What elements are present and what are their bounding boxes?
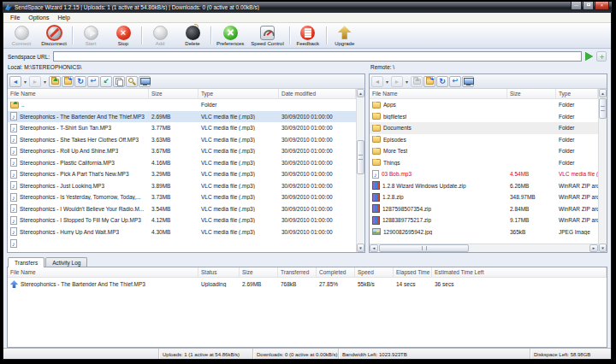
..[interactable]: .. Folder xyxy=(8,99,356,111)
Documents[interactable]: Documents Folder xyxy=(370,122,598,134)
Things[interactable]: Things Folder xyxy=(370,157,598,169)
upgrade-button[interactable]: Upgrade xyxy=(329,24,361,47)
back-button[interactable] xyxy=(371,76,383,87)
1.2.8.zip[interactable]: 1.2.8.zip 348.97MB WinRAR ZIP archive xyxy=(370,191,598,203)
new-folder-button[interactable] xyxy=(62,76,74,87)
Stereophonics - I Wouldn't Believe Your Radio.M...[interactable]: Stereophonics - I Wouldn't Believe Your … xyxy=(8,203,356,215)
column-header-elapsed[interactable]: Elapsed Time xyxy=(394,267,432,277)
scroll-up-icon[interactable]: ▲ xyxy=(599,89,607,97)
go-arrow-icon[interactable] xyxy=(585,52,593,61)
column-header-size[interactable]: Size xyxy=(149,89,198,98)
close-button[interactable]: × xyxy=(595,2,609,10)
local-vertical-scrollbar[interactable]: ▲ ▼ xyxy=(356,89,364,252)
minimize-button[interactable]: — xyxy=(571,2,582,10)
scrollbar-thumb[interactable] xyxy=(357,140,364,174)
menu-help[interactable]: Help xyxy=(53,15,74,21)
remote-horizontal-scrollbar[interactable]: ◄ ► xyxy=(370,244,598,252)
restore-button[interactable] xyxy=(583,2,594,10)
desktop-button[interactable] xyxy=(462,76,474,87)
1287598507354.zip[interactable]: 1287598507354.zip 2.84MB WinRAR ZIP arch… xyxy=(370,203,598,215)
add-button[interactable]: Add xyxy=(144,24,176,47)
scrollbar-thumb[interactable] xyxy=(599,98,607,119)
connect-button[interactable]: Connect xyxy=(5,24,38,47)
back-button[interactable] xyxy=(9,76,21,87)
More Test[interactable]: More Test Folder xyxy=(370,145,598,157)
remote-vertical-scrollbar[interactable]: ▲ ▼ xyxy=(598,89,607,252)
undo-button[interactable] xyxy=(449,76,461,87)
feedback-button[interactable]: Feedback xyxy=(292,24,324,47)
refresh-button[interactable] xyxy=(74,76,86,87)
refresh-button[interactable] xyxy=(436,76,448,87)
disconnect-button[interactable]: Disconnect xyxy=(38,24,70,47)
up-folder-button[interactable] xyxy=(411,76,423,87)
column-header-estimated[interactable]: Estimated Time Left xyxy=(432,267,607,277)
file-name: Stereophonics - Plastic California.MP3 xyxy=(20,160,115,166)
start-button[interactable]: Start xyxy=(74,24,107,47)
back-dropdown[interactable] xyxy=(22,76,28,87)
column-header-status[interactable]: Status xyxy=(198,267,240,277)
scrollbar-thumb[interactable] xyxy=(379,244,469,252)
column-header-speed[interactable]: Speed xyxy=(355,267,394,277)
column-header-filename[interactable]: File Name xyxy=(8,267,198,277)
column-header-filename[interactable]: File Name xyxy=(370,89,507,98)
column-header-size[interactable]: Size xyxy=(240,267,278,277)
Stereophonics - Roll Up And Shine.MP3[interactable]: Stereophonics - Roll Up And Shine.MP3 3.… xyxy=(8,145,356,157)
scroll-up-icon[interactable]: ▲ xyxy=(357,89,364,97)
back-dropdown[interactable] xyxy=(384,76,390,87)
scroll-left-icon[interactable]: ◄ xyxy=(370,244,378,252)
file-type: VLC media file (.mp3) xyxy=(198,160,279,166)
delete-button[interactable]: Delete xyxy=(176,24,209,47)
1290082695942.jpg[interactable]: 1290082695942.jpg 365kB JPEG Image xyxy=(370,226,598,238)
Stereophonics - Plastic California.MP3[interactable]: Stereophonics - Plastic California.MP3 4… xyxy=(8,157,356,169)
add-url-button[interactable] xyxy=(596,51,607,62)
desktop-button[interactable] xyxy=(139,76,151,87)
column-header-completed[interactable]: Completed xyxy=(317,267,355,277)
menu-file[interactable]: File xyxy=(6,15,24,21)
Stereophonics - Is Yesterday, Tomorrow, Today,...[interactable]: Stereophonics - Is Yesterday, Tomorrow, … xyxy=(8,191,356,203)
scroll-down-icon[interactable]: ▼ xyxy=(357,244,364,252)
column-header-type[interactable]: Type xyxy=(556,89,598,98)
url-input[interactable] xyxy=(53,51,582,62)
column-header-size[interactable]: Size xyxy=(507,89,556,98)
1288389775217.zip[interactable]: 1288389775217.zip 9.17MB WinRAR ZIP arch… xyxy=(370,214,598,226)
Stereophonics - T-Shirt Sun Tan.MP3[interactable]: Stereophonics - T-Shirt Sun Tan.MP3 3.77… xyxy=(8,122,356,134)
Apps[interactable]: Apps Folder xyxy=(370,99,598,111)
search-button[interactable] xyxy=(126,76,138,87)
speed-control-button[interactable]: Speed Control xyxy=(247,24,287,47)
forward-button[interactable] xyxy=(391,76,403,87)
column-header-date[interactable]: Date modified xyxy=(279,89,356,98)
up-folder-button[interactable] xyxy=(49,76,61,87)
forward-button[interactable] xyxy=(29,76,41,87)
undo-button[interactable] xyxy=(87,76,99,87)
Stereophonics - Hurry Up And Wait.MP3[interactable]: Stereophonics - Hurry Up And Wait.MP3 4.… xyxy=(8,226,356,238)
tab-activity-log[interactable]: Activity Log xyxy=(45,257,87,267)
Stereophonics - Just Looking.MP3[interactable]: Stereophonics - Just Looking.MP3 3.89MB … xyxy=(8,180,356,192)
folder-icon xyxy=(372,136,381,143)
caret-icon xyxy=(386,79,388,85)
Stereophonics - The Bartender And The Thief.MP3[interactable]: Stereophonics - The Bartender And The Th… xyxy=(8,111,356,123)
Stereophonics - She Takes Her Clothes Off.MP3[interactable]: Stereophonics - She Takes Her Clothes Of… xyxy=(8,134,356,146)
preferences-button[interactable]: Preferences xyxy=(213,24,247,47)
scroll-right-icon[interactable]: ► xyxy=(589,244,598,252)
scroll-down-icon[interactable]: ▼ xyxy=(599,244,607,252)
forward-dropdown[interactable] xyxy=(42,76,48,87)
stop-button[interactable]: × Stop xyxy=(107,24,139,47)
send-button[interactable] xyxy=(100,76,112,87)
tab-transfers[interactable]: Transfers xyxy=(8,257,44,267)
1.2.8 Wizard Windows Update.zip[interactable]: 1.2.8 Wizard Windows Update.zip 6.26MB W… xyxy=(370,180,598,192)
column-header-type[interactable]: Type xyxy=(198,89,279,98)
Episodes[interactable]: Episodes Folder xyxy=(370,134,598,146)
menu-options[interactable]: Options xyxy=(24,15,53,21)
copy-button[interactable] xyxy=(113,76,125,87)
menu-bar: File Options Help xyxy=(3,13,611,23)
new-folder-button[interactable] xyxy=(424,76,435,87)
column-header-filename[interactable]: File Name xyxy=(8,89,149,98)
bigfiletest[interactable]: bigfiletest Folder xyxy=(370,111,598,123)
Stereophonics - I Stopped To Fill My Car Up.MP3[interactable]: Stereophonics - I Stopped To Fill My Car… xyxy=(8,214,356,226)
column-header-transferred[interactable]: Transferred xyxy=(278,267,317,277)
forward-dropdown[interactable] xyxy=(404,76,410,87)
Stereophonics - Pick A Part That's New.MP3[interactable]: Stereophonics - Pick A Part That's New.M… xyxy=(8,168,356,180)
03 Bob.mp3[interactable]: 03 Bob.mp3 4.54MB VLC media file (.mp3) xyxy=(370,168,598,180)
Stereophonics - The Bartender And The Thief.MP3[interactable]: Stereophonics - The Bartender And The Th… xyxy=(8,278,607,291)
table-row[interactable] xyxy=(8,238,356,250)
